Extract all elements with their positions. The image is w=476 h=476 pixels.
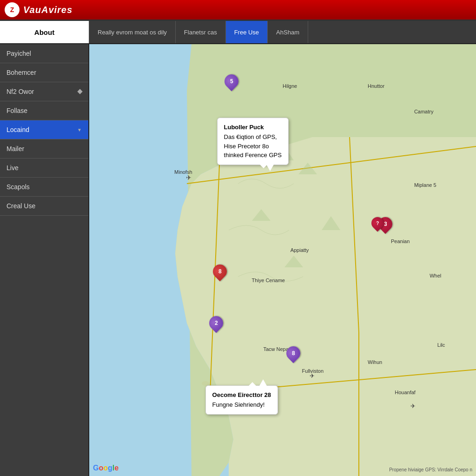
- fullviston-icon: ✈: [310, 372, 315, 379]
- label-camatry: Camatry: [414, 109, 434, 114]
- label-hnuttor: Hnuttor: [368, 83, 384, 89]
- cluster-marker-3[interactable]: 3 ?: [371, 217, 395, 236]
- marker-8a[interactable]: 8: [213, 264, 227, 279]
- sidebar-item-nf2owor[interactable]: Nf2 Owor: [0, 82, 88, 101]
- popup-top: Luboller Puck Das €iqtion of GPS, Hise P…: [217, 118, 289, 165]
- sidebar-item-locaind[interactable]: Locaind ▼: [0, 120, 88, 139]
- tab-free-use[interactable]: Free Use: [226, 21, 268, 43]
- sidebar-item-creal-use[interactable]: Creal Use: [0, 197, 88, 216]
- popup-bottom-line2: Fungne Siehriendy!: [212, 400, 271, 410]
- map-attribution: Propene hiviaige GPS: Virrdale Coepo n: [389, 467, 472, 472]
- label-peanian: Peanian: [391, 238, 410, 244]
- app-header: Z VauAvires: [0, 0, 476, 21]
- sidebar-item-scapols[interactable]: Scapols: [0, 178, 88, 197]
- cluster-num-extra: ?: [376, 220, 379, 225]
- pin-body-2: 2: [206, 313, 226, 333]
- label-whel: Whel: [430, 273, 441, 278]
- sidebar: Payichel Bohemcer Nf2 Owor Follase Locai…: [0, 44, 89, 476]
- label-wihun: Wihun: [368, 359, 382, 365]
- logo-text: VauAvires: [23, 5, 73, 15]
- sidebar-item-bohemcer[interactable]: Bohemcer: [0, 63, 88, 82]
- sidebar-item-mailer[interactable]: Mailer: [0, 139, 88, 159]
- popup-bottom-line1: Oecome Eirecttor 28: [212, 390, 271, 400]
- label-miplane5: Miplane 5: [414, 182, 436, 188]
- map-area[interactable]: Hilgne Hnuttor Camatry Minofsh Miplane 5…: [89, 44, 476, 476]
- label-lilc: Lilc: [437, 342, 445, 348]
- logo-area: Z VauAvires: [5, 2, 73, 17]
- pin-num-5: 5: [230, 78, 233, 85]
- label-thiye-cename: Thiye Cename: [251, 278, 285, 283]
- pin-body-8a: 8: [210, 262, 230, 281]
- marker-8b[interactable]: 8: [286, 346, 300, 361]
- minofsh-icon: ✈: [186, 174, 192, 181]
- google-logo: Google: [93, 464, 119, 472]
- diamond-icon: [77, 89, 82, 94]
- nav-tabs: About Really evrom moat os dily Flanetsr…: [0, 21, 476, 44]
- tab-about[interactable]: About: [0, 21, 89, 43]
- label-appiatty: Appiatty: [291, 247, 309, 253]
- houanfaf-icon: ✈: [410, 403, 416, 410]
- tab-flanetsr[interactable]: Flanetsr cas: [176, 21, 226, 43]
- arrow-icon: ▼: [77, 127, 82, 132]
- marker-5[interactable]: 5: [225, 74, 238, 89]
- popup-top-line4: thinked Ference GPS: [224, 151, 282, 160]
- sidebar-item-follase[interactable]: Follase: [0, 101, 88, 120]
- cluster-num-3: 3: [384, 221, 387, 227]
- pin-num-8a: 8: [218, 268, 222, 275]
- pin-body-5: 5: [222, 72, 241, 91]
- popup-top-line3: Hise Precetor 8o: [224, 142, 282, 151]
- tab-really[interactable]: Really evrom moat os dily: [89, 21, 176, 43]
- popup-top-line1: Luboller Puck: [224, 123, 282, 132]
- marker-2[interactable]: 2: [209, 316, 223, 331]
- popup-tail-top: [266, 165, 274, 171]
- pin-num-8b: 8: [292, 350, 295, 357]
- label-houanfaf: Houanfaf: [395, 390, 416, 395]
- popup-tail-bottom: [259, 379, 267, 386]
- label-hilgne: Hilgne: [283, 83, 297, 89]
- pin-body-8b: 8: [284, 344, 303, 363]
- sidebar-item-payichel[interactable]: Payichel: [0, 44, 88, 63]
- tab-ahsham[interactable]: AhSham: [268, 21, 308, 43]
- main-layout: Payichel Bohemcer Nf2 Owor Follase Locai…: [0, 44, 476, 476]
- sidebar-item-live[interactable]: Live: [0, 159, 88, 178]
- popup-top-line2: Das €iqtion of GPS,: [224, 132, 282, 142]
- popup-bottom: Oecome Eirecttor 28 Fungne Siehriendy!: [205, 385, 278, 415]
- logo-icon: Z: [5, 2, 20, 17]
- pin-num-2: 2: [215, 320, 218, 326]
